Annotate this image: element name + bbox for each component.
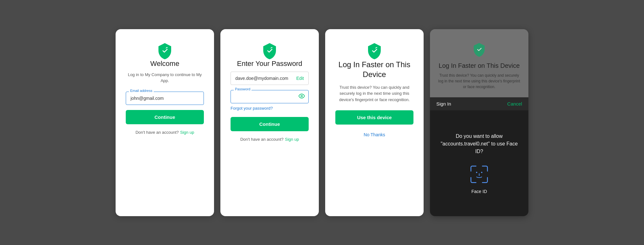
faster-login-title: Log In Faster on This Device [335,60,413,79]
faster-login-card: Log In Faster on This Device Trust this … [325,29,424,216]
continue-button-2[interactable]: Continue [231,117,309,131]
password-label: Password [234,87,252,91]
shield-icon-2 [261,42,278,60]
eye-icon[interactable] [299,93,305,100]
signup-row-2: Don't have an account? Sign up [240,136,299,142]
shield-icon [156,42,174,60]
shield-icon-4 [472,42,487,57]
email-input[interactable] [126,92,204,105]
card4-bottom-section: Do you want to allow "accounts.travel0.n… [430,110,528,216]
welcome-subtitle: Log in to My Company to continue to My A… [126,72,204,84]
signup-link-2[interactable]: Sign up [285,137,299,142]
password-input[interactable] [231,90,309,103]
svg-point-2 [481,172,482,173]
edit-button[interactable]: Edit [296,76,304,81]
email-input-wrapper: Email address [126,92,204,105]
card4-title: Log In Faster on This Device [439,62,520,69]
continue-button[interactable]: Continue [126,110,204,124]
svg-point-1 [476,172,477,173]
welcome-card: Welcome Log in to My Company to continue… [116,29,214,216]
no-account-text: Don't have an account? [136,130,179,135]
cancel-button[interactable]: Cancel [507,101,522,106]
welcome-title: Welcome [150,60,179,68]
card4-action-bar: Sign In Cancel [430,97,528,110]
no-account-text-2: Don't have an account? [240,137,284,142]
shield-icon-3 [366,42,383,60]
faster-login-subtitle: Trust this device? You can quickly and s… [335,84,413,103]
use-device-button[interactable]: Use this device [335,110,413,125]
password-card-title: Enter Your Password [237,60,302,68]
forgot-password-link[interactable]: Forgot your password? [231,106,309,111]
signup-row: Don't have an account? Sign up [136,129,194,135]
face-id-icon [470,165,489,185]
password-card: Enter Your Password dave.doe@mydomain.co… [220,29,319,216]
svg-point-0 [301,95,303,97]
face-id-question: Do you want to allow "accounts.travel0.n… [436,132,522,155]
email-display: dave.doe@mydomain.com [235,76,288,81]
face-id-card: Log In Faster on This Device Trust this … [430,29,528,216]
no-thanks-button[interactable]: No Thanks [364,132,385,137]
signup-link[interactable]: Sign up [180,130,194,135]
card4-subtitle: Trust this device? You can quickly and s… [438,73,521,90]
face-id-label: Face ID [471,189,487,194]
password-input-wrapper: Password [231,90,309,103]
signin-label: Sign In [436,101,451,106]
card4-top-section: Log In Faster on This Device Trust this … [430,29,528,97]
email-label: Email address [129,89,154,93]
email-display-row: dave.doe@mydomain.com Edit [231,72,309,85]
